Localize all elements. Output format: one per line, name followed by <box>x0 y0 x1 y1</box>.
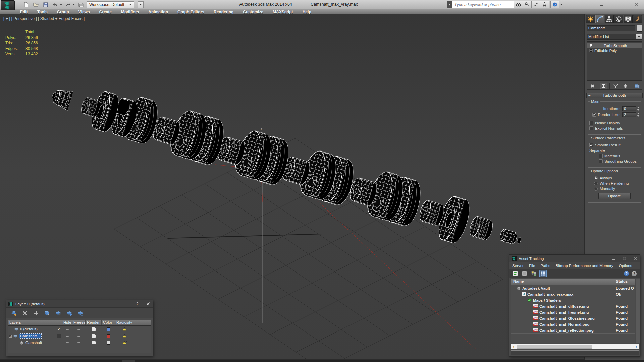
asset-row-maps[interactable]: Maps / Shaders <box>511 297 635 303</box>
redo-dropdown[interactable] <box>73 4 75 5</box>
menu-rendering[interactable]: Rendering <box>209 10 238 14</box>
rollout-header[interactable]: − TurboSmooth <box>586 93 643 98</box>
undo-button[interactable] <box>52 1 59 8</box>
app-menu-button[interactable] <box>1 0 15 10</box>
layer-dialog-titlebar[interactable]: Layer: 0 (default) ? <box>6 300 153 308</box>
column-name[interactable]: Name <box>511 279 614 285</box>
stack-item-turbosmooth[interactable]: TurboSmooth <box>587 43 642 48</box>
hide-toggle[interactable] <box>66 336 69 337</box>
subscription-button[interactable] <box>523 1 532 8</box>
spinner-arrows[interactable] <box>637 107 640 111</box>
materials-checkbox[interactable] <box>599 154 603 158</box>
render-toggle-icon[interactable] <box>92 327 96 331</box>
close-button[interactable] <box>145 302 151 306</box>
tab-hierarchy[interactable] <box>605 15 614 23</box>
communication-center-button[interactable] <box>532 1 540 8</box>
asset-row-bitmap[interactable]: PNGCamshaft_mat_Glossines.png Found <box>511 315 635 321</box>
render-toggle-icon[interactable] <box>92 341 96 344</box>
open-file-button[interactable] <box>32 1 40 8</box>
menu-maxscript[interactable]: MAXScript <box>268 10 298 14</box>
refresh-button[interactable] <box>511 270 519 277</box>
asset-row-bitmap[interactable]: PNGCamshaft_mat_Normal.png Found <box>511 321 635 327</box>
layer-properties-button[interactable] <box>76 309 84 317</box>
render-iters-spinner[interactable]: 2 <box>622 112 640 117</box>
select-objects-in-layer-button[interactable] <box>43 309 51 317</box>
tab-create[interactable] <box>586 15 595 23</box>
manually-radio[interactable] <box>594 187 598 191</box>
tab-modify[interactable] <box>595 15 604 23</box>
list-view-button[interactable] <box>521 270 528 277</box>
tab-utilities[interactable] <box>633 15 642 23</box>
layer-table-header[interactable]: Layers Hide Freeze Render Color Radiosit… <box>8 320 151 326</box>
iterations-spinner[interactable]: 0 <box>622 106 640 111</box>
asset-row-vault[interactable]: Autodesk Vault Logged O <box>511 285 635 291</box>
redo-button[interactable] <box>64 1 72 8</box>
render-toggle-icon[interactable] <box>92 334 96 338</box>
hierarchy-view-button[interactable] <box>530 270 537 277</box>
menu-server[interactable]: Server <box>509 264 526 268</box>
tab-motion[interactable] <box>614 15 623 23</box>
column-hide[interactable]: Hide <box>62 320 72 325</box>
layer-row-camshaft-object[interactable]: Camshaft <box>8 339 151 346</box>
explicit-normals-checkbox[interactable] <box>589 126 593 130</box>
menu-paths[interactable]: Paths <box>538 264 553 268</box>
layer-color-swatch[interactable] <box>107 334 110 338</box>
current-layer-checkbox[interactable] <box>57 334 61 338</box>
asset-row-scene[interactable]: 3Camshaft_max_vray.max Ok <box>511 291 635 297</box>
search-flyout-button[interactable] <box>447 1 452 8</box>
scroll-left-arrow[interactable]: ‹ <box>511 345 516 349</box>
update-button[interactable]: Update <box>598 193 631 199</box>
column-radiosity[interactable]: Radiosity <box>115 320 133 325</box>
asset-tracking-titlebar[interactable]: Asset Tracking <box>509 255 640 262</box>
freeze-toggle[interactable] <box>77 336 80 337</box>
radiosity-icon[interactable] <box>122 327 127 331</box>
freeze-toggle[interactable] <box>77 329 80 330</box>
menu-create[interactable]: Create <box>95 10 116 14</box>
favorites-button[interactable] <box>540 1 549 8</box>
radiosity-icon[interactable] <box>122 340 127 345</box>
context-help-icon[interactable]: ? <box>632 271 637 276</box>
menu-animation[interactable]: Animation <box>144 10 173 14</box>
asset-row-bitmap[interactable]: PNGCamshaft_mat_fresnel.png Found <box>511 309 635 315</box>
minimize-button[interactable] <box>611 256 616 261</box>
spinner-arrows[interactable] <box>637 113 640 117</box>
smooth-result-checkbox[interactable] <box>589 143 593 147</box>
menu-group[interactable]: Group <box>52 10 74 14</box>
layer-row-default[interactable]: 0 (default) ✓ <box>8 326 151 333</box>
help-button[interactable]: ? <box>550 1 559 8</box>
column-layers[interactable]: Layers <box>8 320 56 325</box>
iterations-value[interactable]: 0 <box>622 106 636 111</box>
menu-file[interactable]: File <box>526 264 538 268</box>
scrollbar-thumb[interactable] <box>517 345 592 349</box>
menu-help[interactable]: Help <box>298 10 316 14</box>
modifier-list-dropdown[interactable]: Modifier List <box>587 34 642 40</box>
set-current-layer-button[interactable] <box>54 309 62 317</box>
collapse-expander-icon[interactable]: - <box>9 335 12 338</box>
menu-edit[interactable]: Edit <box>15 10 33 14</box>
show-end-result-button[interactable] <box>600 83 608 89</box>
object-name-field[interactable]: Camshaft <box>587 25 635 31</box>
maximize-button[interactable] <box>614 1 624 8</box>
menu-bitmap-performance[interactable]: Bitmap Performance and Memory <box>553 264 616 268</box>
menu-views[interactable]: Views <box>74 10 95 14</box>
delete-layer-button[interactable] <box>21 309 29 317</box>
radiosity-icon[interactable] <box>122 334 127 338</box>
menu-graph-editors[interactable]: Graph Editors <box>173 10 209 14</box>
viewport-label[interactable]: [ + ] [ Perspective ] [ Shaded + Edged F… <box>3 16 85 21</box>
minimize-button[interactable] <box>597 1 606 8</box>
project-folder-button[interactable] <box>77 1 85 8</box>
create-layer-button[interactable] <box>10 309 18 317</box>
hide-toggle[interactable] <box>66 329 69 330</box>
render-iters-value[interactable]: 2 <box>622 112 636 117</box>
hide-toggle[interactable] <box>66 342 69 343</box>
menu-customize[interactable]: Customize <box>238 10 268 14</box>
undo-dropdown[interactable] <box>60 4 62 5</box>
column-color[interactable]: Color <box>102 320 115 325</box>
layer-color-swatch[interactable] <box>107 327 110 331</box>
menu-options[interactable]: Options <box>616 264 635 268</box>
vertical-scrollbar[interactable] <box>636 279 640 343</box>
new-file-button[interactable] <box>22 1 30 8</box>
stack-item-editable-poly[interactable]: Editable Poly <box>587 48 642 53</box>
maximize-button[interactable] <box>622 256 627 261</box>
tab-display[interactable] <box>624 15 633 23</box>
